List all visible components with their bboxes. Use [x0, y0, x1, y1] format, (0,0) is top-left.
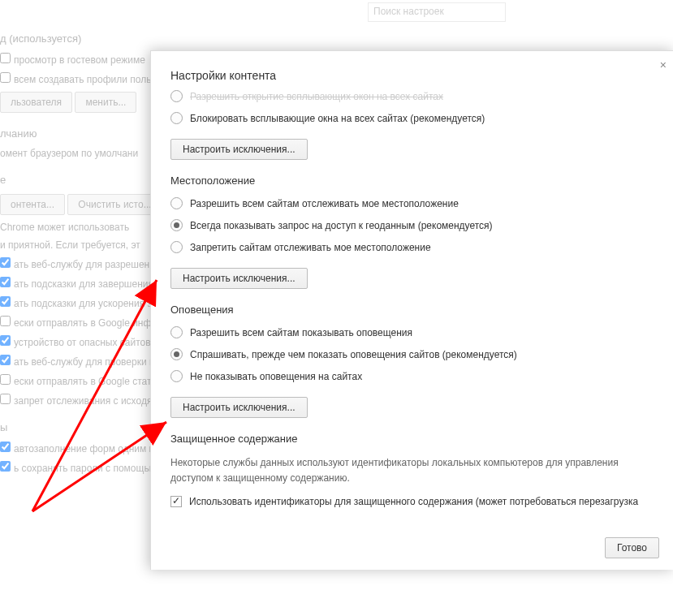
radio-icon — [170, 241, 183, 253]
label-location-ask: Всегда показывать запрос на доступ к гео… — [190, 220, 493, 231]
section-location: Местоположение Разрешить всем сайтам отс… — [170, 174, 654, 289]
radio-row-popups-block[interactable]: Блокировать всплывающие окна на всех сай… — [170, 112, 654, 124]
checkbox-option-3[interactable] — [0, 316, 11, 326]
checkbox-autofill[interactable] — [0, 442, 11, 452]
label-option-5: ать веб-службу для проверки пр — [14, 356, 160, 368]
label-location-allow: Разрешить всем сайтам отслеживать мое ме… — [190, 198, 459, 209]
button-clear-history[interactable]: Очистить исто... — [67, 194, 162, 215]
checkbox-guest-mode[interactable] — [0, 53, 11, 63]
radio-row-popups-allow[interactable]: Разрешить открытие всплывающих окон на в… — [170, 90, 654, 102]
section-notifications: Оповещения Разрешить всем сайтам показыв… — [170, 304, 654, 418]
radio-icon — [170, 112, 183, 124]
checkbox-icon — [170, 496, 182, 507]
label-notifications-allow: Разрешить всем сайтам показывать оповеще… — [190, 327, 412, 338]
radio-icon — [170, 219, 183, 231]
button-user[interactable]: льзователя — [0, 92, 72, 113]
label-option-2: ать подсказки для ускорения за — [14, 298, 157, 309]
checkbox-option-5[interactable] — [0, 355, 11, 365]
label-option-7: запрет отслеживания с исходя — [14, 395, 152, 407]
button-notifications-exceptions[interactable]: Настроить исключения... — [170, 397, 308, 418]
section-protected-content: Защищенное содержание Некоторые службы д… — [170, 433, 654, 507]
checkbox-option-1[interactable] — [0, 277, 11, 287]
label-guest-mode: просмотр в гостевом режиме — [14, 54, 145, 66]
label-notifications-ask: Спрашивать, прежде чем показать оповещен… — [190, 349, 517, 360]
section-title-location: Местоположение — [170, 174, 654, 187]
button-done[interactable]: Готово — [605, 537, 659, 558]
button-popups-exceptions[interactable]: Настроить исключения... — [170, 139, 308, 160]
button-content-settings[interactable]: онтента... — [0, 194, 65, 215]
label-location-block: Запретить сайтам отслеживать мое местопо… — [190, 242, 431, 253]
label-option-3: ески отправлять в Google инфор — [14, 317, 162, 329]
checkbox-save-passwords[interactable] — [0, 461, 11, 472]
label-popups-block: Блокировать всплывающие окна на всех сай… — [190, 113, 485, 124]
checkbox-option-0[interactable] — [0, 257, 11, 268]
label-popups-allow: Разрешить открытие всплывающих окон на в… — [190, 91, 443, 102]
content-settings-dialog: × Настройки контента Разрешить открытие … — [150, 50, 673, 570]
radio-icon — [170, 326, 183, 338]
radio-icon — [170, 197, 183, 209]
button-change[interactable]: менить... — [75, 92, 136, 113]
section-popups: Разрешить открытие всплывающих окон на в… — [170, 90, 654, 160]
radio-row-location-ask[interactable]: Всегда показывать запрос на доступ к гео… — [170, 219, 654, 231]
close-icon[interactable]: × — [658, 56, 669, 74]
search-input[interactable]: Поиск настроек — [368, 2, 506, 22]
radio-icon — [170, 348, 183, 360]
checkbox-allow-profiles[interactable] — [0, 72, 11, 83]
label-allow-profiles: всем создавать профили польз — [14, 74, 156, 85]
checkbox-option-7[interactable] — [0, 394, 11, 404]
section-title-notifications: Оповещения — [170, 304, 654, 316]
checkbox-option-6[interactable] — [0, 374, 11, 385]
checkbox-row-protected-id[interactable]: Использовать идентификаторы для защищенн… — [170, 496, 654, 507]
radio-row-location-block[interactable]: Запретить сайтам отслеживать мое местопо… — [170, 241, 654, 253]
label-option-1: ать подсказки для завершения в — [14, 278, 162, 290]
section-title-protected: Защищенное содержание — [170, 433, 654, 445]
label-notifications-block: Не показывать оповещения на сайтах — [190, 371, 362, 382]
label-option-4: устройство от опасных сайтов — [14, 337, 151, 348]
radio-row-location-allow[interactable]: Разрешить всем сайтам отслеживать мое ме… — [170, 197, 654, 209]
radio-row-notifications-ask[interactable]: Спрашивать, прежде чем показать оповещен… — [170, 348, 654, 360]
dialog-title: Настройки контента — [170, 69, 654, 82]
radio-row-notifications-allow[interactable]: Разрешить всем сайтам показывать оповеще… — [170, 326, 654, 338]
label-option-6: ески отправлять в Google стати — [14, 376, 157, 387]
text-protected-desc: Некоторые службы данных используют идент… — [170, 455, 654, 486]
radio-row-notifications-block[interactable]: Не показывать оповещения на сайтах — [170, 370, 654, 382]
radio-icon — [170, 90, 183, 102]
checkbox-option-2[interactable] — [0, 296, 11, 307]
section-heading-users: д (используется) — [0, 32, 673, 45]
radio-icon — [170, 370, 183, 382]
label-protected-id: Использовать идентификаторы для защищенн… — [189, 496, 638, 507]
label-autofill: автозаполнение форм одним кли — [14, 443, 165, 454]
button-location-exceptions[interactable]: Настроить исключения... — [170, 268, 308, 289]
checkbox-option-4[interactable] — [0, 335, 11, 346]
label-option-0: ать веб-службу для разрешения — [14, 259, 160, 270]
label-save-passwords: ь сохранять пароли с помощью — [14, 463, 157, 474]
